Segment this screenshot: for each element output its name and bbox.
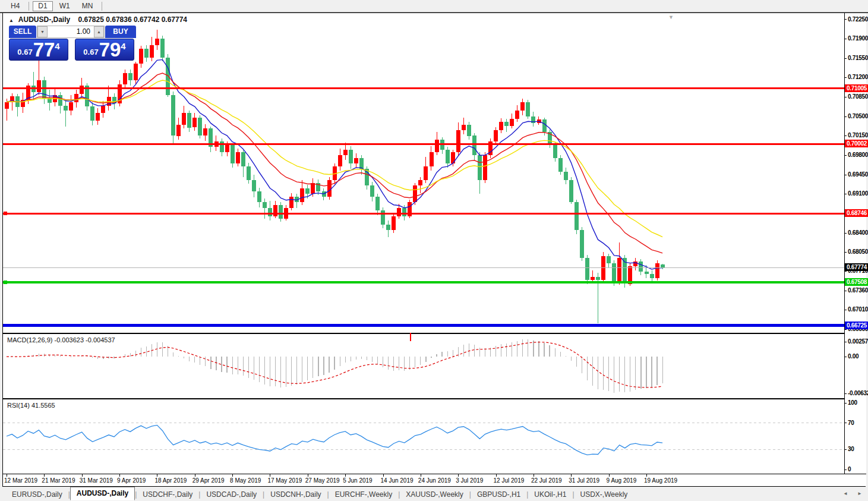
time-axis-tick (496, 474, 497, 477)
time-axis-label: 18 Apr 2019 (154, 477, 187, 484)
buy-price-big: 79 (99, 40, 121, 59)
buy-button[interactable]: BUY (105, 26, 136, 38)
tab-audusd-daily[interactable]: AUDUSD-,Daily (70, 487, 135, 500)
axis-tick-label: 0.70850 (845, 93, 868, 100)
macd-red-mark (410, 333, 411, 341)
period-button-w1[interactable]: W1 (54, 1, 75, 11)
time-axis-label: 14 Jun 2019 (381, 477, 414, 484)
timeframe-toolbar: H4 D1 W1 MN (0, 0, 868, 12)
time-axis-tick (646, 474, 647, 477)
buy-price-sup: 4 (121, 41, 125, 51)
axis-tick-label: -0.006326 (845, 390, 868, 397)
buy-price-prefix: 0.67 (83, 48, 98, 56)
buy-price-box[interactable]: 0.67794 (75, 39, 134, 61)
price-chart[interactable] (3, 14, 844, 333)
axis-tick-label: 0.70150 (845, 132, 868, 139)
panel-splitter-macd[interactable] (3, 333, 866, 334)
time-axis[interactable]: 12 Mar 201921 Mar 201931 Mar 20199 Apr 2… (3, 474, 866, 486)
axis-tick-label: 0.71550 (845, 55, 868, 62)
time-axis-tick (534, 474, 534, 477)
volume-input[interactable]: 1.00 (48, 26, 94, 37)
time-axis-tick (571, 474, 572, 477)
tab-xauusd-weekly[interactable]: XAUUSD-,Weekly (400, 489, 469, 500)
chart-nav-triangle-icon[interactable]: ▼ (668, 14, 674, 20)
time-axis-label: 31 Mar 2019 (80, 477, 113, 484)
time-axis-label: 9 Aug 2019 (607, 477, 637, 484)
axis-tick-label: 70 (845, 420, 854, 427)
time-axis-tick (82, 474, 83, 477)
symbol-period-label: AUDUSD-,Daily (18, 15, 70, 24)
time-axis-label: 12 Mar 2019 (4, 477, 37, 484)
time-axis-label: 19 Aug 2019 (644, 477, 677, 484)
axis-tick-label: 0.67010 (845, 306, 868, 313)
axis-tick-label: 0.69100 (845, 190, 868, 197)
tab-usdx-weekly[interactable]: USDX-,Weekly (575, 489, 634, 500)
volume-increase-button[interactable]: ▲ (94, 26, 104, 37)
tab-usdchf-daily[interactable]: USDCHF-,Daily (137, 489, 198, 500)
axis-tick-label: 0.69800 (845, 152, 868, 159)
tab-usdcnh-daily[interactable]: USDCNH-,Daily (264, 489, 327, 500)
time-axis-label: 9 Apr 2019 (117, 477, 146, 484)
price-axis[interactable]: 0.722500.719000.715500.712000.708500.705… (845, 13, 866, 474)
time-axis-label: 12 Jul 2019 (494, 477, 525, 484)
time-axis-label: 29 Apr 2019 (192, 477, 225, 484)
volume-stepper: ▼ 1.00 ▲ (37, 26, 105, 38)
rsi-indicator-label: RSI(14) 41.5565 (7, 402, 55, 409)
rsi-panel[interactable] (3, 401, 844, 473)
tab-eurchf-weekly[interactable]: EURCHF-,Weekly (329, 489, 398, 500)
period-button-mn[interactable]: MN (77, 1, 99, 11)
axis-tick-label: 0.71900 (845, 35, 868, 42)
macd-indicator-label: MACD(12,26,9) -0.003623 -0.004537 (7, 336, 115, 344)
chart-title: ▲ AUDUSD-,Daily 0.67825 0.67836 0.67742 … (9, 15, 187, 24)
toolbar-separator (29, 2, 29, 11)
period-button-d1[interactable]: D1 (33, 1, 52, 11)
collapse-triangle-icon[interactable]: ▲ (9, 18, 14, 23)
time-axis-label: 24 Jun 2019 (418, 477, 451, 484)
tab-scroll-arrows: ◄ ► (835, 491, 862, 496)
sell-price-sup: 4 (55, 41, 59, 51)
axis-tick-label: 0.71200 (845, 74, 868, 81)
volume-decrease-button[interactable]: ▼ (37, 26, 48, 37)
sell-price-box[interactable]: 0.67774 (9, 39, 68, 61)
time-axis-tick (232, 474, 233, 477)
axis-tick-label: 0.67360 (845, 287, 868, 294)
time-axis-tick (308, 474, 308, 477)
axis-tick-label: 0.68400 (845, 229, 868, 237)
time-axis-tick (458, 474, 459, 477)
axis-tick-label: 0.00 (845, 353, 858, 360)
sell-price-prefix: 0.67 (17, 48, 32, 56)
axis-tick-label: 0.70500 (845, 113, 868, 120)
time-axis-tick (7, 474, 7, 477)
time-axis-label: 8 May 2019 (230, 477, 261, 484)
time-axis-label: 3 Jul 2019 (456, 477, 483, 484)
axis-tick-label: 0.002574 (845, 338, 868, 345)
tab-gbpusd-h1[interactable]: GBPUSD-,H1 (471, 489, 526, 500)
time-axis-tick (195, 474, 195, 477)
time-axis-label: 5 Jun 2019 (343, 477, 373, 484)
tab-scroll-right-button[interactable]: ► (857, 491, 862, 496)
time-axis-tick (44, 474, 45, 477)
tab-usdcad-daily[interactable]: USDCAD-,Daily (200, 489, 263, 500)
time-axis-tick (270, 474, 270, 477)
chart-region[interactable]: ▲ AUDUSD-,Daily 0.67825 0.67836 0.67742 … (2, 13, 866, 487)
axis-tick-label: 0.72250 (845, 16, 868, 23)
one-click-trading-panel: SELL ▼ 1.00 ▲ BUY 0.67774 0.67794 (9, 26, 136, 61)
panel-splitter-rsi[interactable] (3, 398, 866, 399)
time-axis-label: 27 May 2019 (305, 477, 340, 484)
macd-panel[interactable] (3, 335, 844, 398)
time-axis-label: 31 Jul 2019 (569, 477, 599, 484)
axis-tick-label: 100 (845, 399, 857, 407)
time-axis-label: 22 Jul 2019 (531, 477, 562, 484)
axis-tick-label: 0 (845, 466, 851, 473)
axis-tick-label: 30 (845, 446, 854, 453)
time-axis-tick (157, 474, 157, 477)
time-axis-tick (421, 474, 421, 477)
period-button-h4[interactable]: H4 (5, 1, 25, 11)
sell-button[interactable]: SELL (9, 26, 36, 38)
chart-tab-bar: EURUSD-,Daily|AUDUSD-,Daily|USDCHF-,Dail… (0, 487, 868, 501)
price-line-label: 0.66725 (845, 322, 868, 329)
tab-ukoil-h1[interactable]: UKOil-,H1 (528, 489, 572, 500)
tab-eurusd-daily[interactable]: EURUSD-,Daily (6, 489, 68, 500)
tab-scroll-left-button[interactable]: ◄ (843, 491, 848, 496)
sell-price-big: 77 (33, 40, 55, 59)
